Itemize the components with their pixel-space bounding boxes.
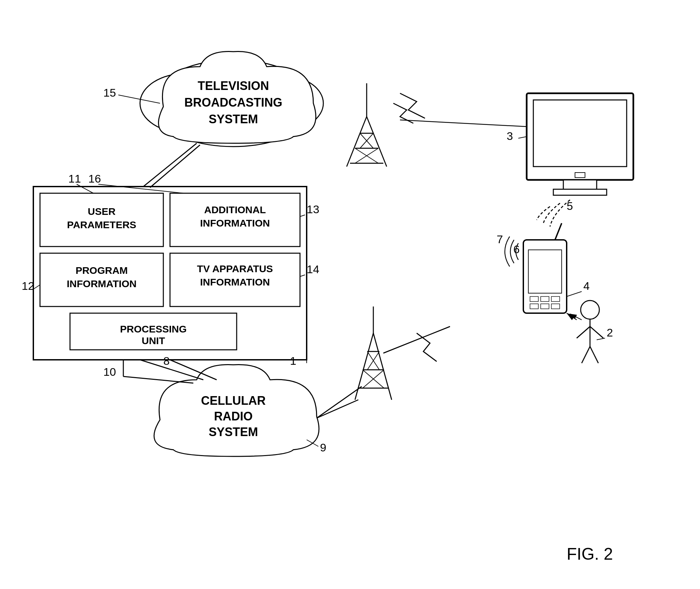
svg-rect-59 [551, 297, 560, 302]
label-3: 3 [507, 130, 513, 142]
svg-line-10 [367, 117, 387, 167]
cellular-cloud-label1: CELLULAR [201, 394, 266, 407]
cell-program-2: INFORMATION [67, 278, 136, 289]
tv-monitor [527, 93, 633, 195]
cell-additional-1: ADDITIONAL [204, 204, 266, 215]
svg-line-35 [123, 376, 193, 383]
svg-rect-51 [553, 189, 607, 195]
svg-line-63 [567, 291, 582, 297]
svg-line-47 [383, 327, 450, 353]
svg-rect-52 [575, 173, 585, 178]
label-11: 11 [68, 172, 81, 185]
cell-user-params-1: USER [88, 206, 116, 217]
cell-tv-apparatus-2: INFORMATION [200, 276, 270, 287]
svg-line-67 [590, 327, 603, 338]
svg-rect-57 [530, 297, 538, 302]
cellular-radio-cloud: CELLULAR RADIO SYSTEM [154, 365, 319, 456]
broadcast-tower-top [347, 83, 425, 167]
label-9: 9 [320, 441, 326, 454]
label-4: 4 [583, 279, 590, 292]
cell-processing-1: PROCESSING [120, 324, 187, 335]
svg-rect-55 [528, 250, 562, 293]
label-10: 10 [103, 366, 116, 378]
svg-rect-58 [541, 297, 549, 302]
label-15: 15 [103, 86, 116, 99]
cell-processing-2: UNIT [142, 335, 165, 346]
label-2: 2 [607, 326, 613, 339]
svg-line-31 [143, 143, 197, 187]
label-14: 14 [307, 263, 319, 275]
label-5: 5 [567, 200, 573, 212]
tv-cloud-label2: BROADCASTING [184, 95, 282, 109]
svg-rect-62 [551, 304, 560, 309]
cell-program-1: PROGRAM [76, 265, 128, 276]
svg-line-74 [150, 145, 200, 188]
svg-line-37 [373, 333, 392, 400]
label-1: 1 [290, 355, 296, 367]
cellular-cloud-label3: SYSTEM [209, 425, 258, 439]
svg-rect-50 [563, 180, 597, 190]
tv-broadcasting-cloud: TELEVISION BROADCASTING SYSTEM [140, 52, 323, 147]
label-13: 13 [307, 203, 319, 216]
svg-line-69 [590, 347, 598, 363]
label-6: 6 [513, 243, 520, 255]
label-7: 7 [497, 233, 503, 245]
svg-line-66 [577, 327, 590, 338]
tv-cloud-label3: SYSTEM [209, 112, 258, 126]
svg-rect-49 [533, 100, 627, 167]
svg-line-56 [555, 223, 562, 240]
cell-tv-apparatus-1: TV APPARATUS [197, 263, 273, 274]
svg-line-76 [400, 120, 527, 127]
user-figure [577, 301, 603, 363]
label-8: 8 [163, 355, 170, 367]
svg-line-68 [582, 347, 590, 363]
cellular-cloud-label2: RADIO [214, 409, 253, 423]
mobile-device [523, 223, 567, 313]
svg-point-64 [581, 301, 599, 319]
svg-rect-60 [530, 304, 538, 309]
tv-cloud-label: TELEVISION [198, 79, 269, 92]
svg-rect-61 [541, 304, 549, 309]
svg-line-70 [597, 338, 605, 340]
label-16: 16 [88, 172, 101, 185]
cell-user-params-2: PARAMETERS [67, 219, 136, 230]
svg-line-77 [317, 400, 358, 418]
fig-label: FIG. 2 [567, 545, 613, 563]
svg-line-9 [347, 117, 367, 167]
cell-additional-2: INFORMATION [200, 218, 270, 228]
svg-line-53 [518, 137, 527, 138]
label-12: 12 [22, 279, 34, 292]
svg-line-46 [317, 386, 362, 418]
cellular-tower-bottom [355, 307, 392, 400]
main-system-box: USER PARAMETERS ADDITIONAL INFORMATION P… [33, 187, 307, 360]
